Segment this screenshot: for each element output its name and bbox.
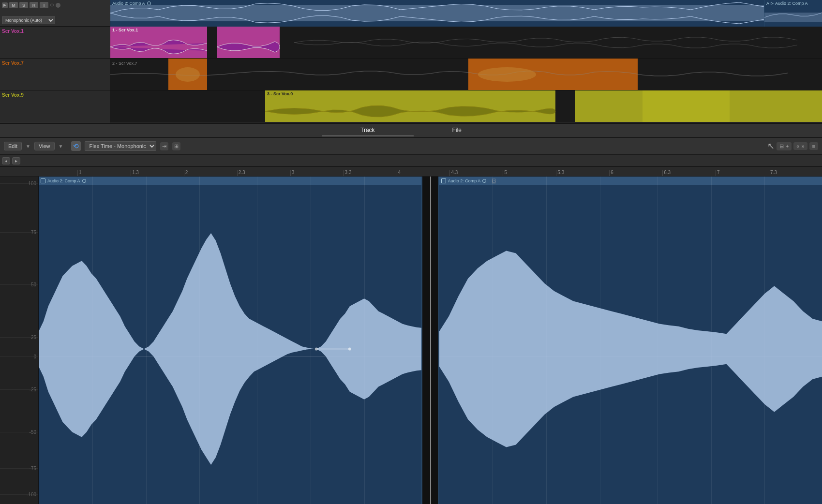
forward-button[interactable]: ▸ (12, 157, 20, 164)
track3-clip1-label: 3 - Scr Vox.9 (265, 90, 555, 97)
ruler-mark-73: 7.3 (769, 170, 822, 176)
track3-waveform (110, 100, 822, 123)
track1-bg-waveform (110, 27, 822, 59)
ruler-mark-53: 5.3 (556, 170, 609, 176)
waveform-editor[interactable]: Audio 2: Comp A (39, 177, 822, 504)
back-button[interactable]: ◂ (2, 157, 10, 164)
zoom-in-icon: + (786, 143, 789, 149)
svg-point-5 (315, 347, 318, 350)
tab-track[interactable]: Track (322, 125, 414, 136)
snap-button[interactable]: ⇥ (160, 142, 168, 150)
track2-waveform (110, 59, 822, 90)
solo-button[interactable]: S (19, 2, 28, 8)
track-icon: ▶ (2, 2, 8, 8)
other-icon: ≡ (812, 143, 815, 149)
main-track-waveform[interactable]: Audio 2: Comp A (110, 0, 822, 27)
sub-track-1-label: Scr Vox.1 (2, 29, 108, 34)
sub-track-1[interactable]: 1 - Scr Vox.1 (110, 27, 822, 59)
record-button[interactable]: R (30, 2, 38, 8)
scroll-controls[interactable]: « » (793, 142, 807, 150)
ruler-mark-13: 1.3 (131, 170, 184, 176)
right-toolbar-controls: ↖ ⊟ + « » ≡ (767, 141, 818, 151)
menu-bar: Track File (0, 123, 822, 138)
left-clip-icon (41, 178, 45, 183)
ruler-marks: 1 1.3 2 2.3 3 3.3 4 4.3 5 5.3 6 6.3 7 7.… (77, 167, 822, 176)
track-mode-select[interactable]: Monophonic (Auto) (2, 16, 55, 24)
ruler-mark-3: 3 (290, 170, 344, 176)
filter-icon: ⊞ (174, 143, 179, 149)
toolbar-divider-1 (67, 141, 67, 151)
db-scale: 100 75 50 25 0 -25 -50 -75 -100 (0, 177, 39, 504)
svg-point-6 (348, 347, 351, 350)
right-clip[interactable]: Audio 2: Comp A ⌼ (438, 177, 822, 504)
svg-point-2 (478, 67, 536, 82)
svg-rect-3 (764, 13, 822, 22)
cut-line (430, 177, 431, 504)
svg-rect-0 (110, 5, 822, 21)
right-waveform-svg (439, 185, 822, 504)
track-mode-indicator: ⚙ (50, 2, 54, 8)
ruler-mark-6: 6 (609, 170, 662, 176)
left-waveform-svg (39, 185, 421, 504)
svg-point-1 (176, 67, 200, 82)
flex-time-select[interactable]: Flex Time - Monophonic (85, 141, 156, 151)
sub-track-2[interactable]: 2 - Scr Vox.7 (110, 59, 822, 90)
clip-gap (422, 177, 438, 504)
right-clip-circle (482, 179, 486, 183)
arrangement-timeline: Audio 2: Comp A 1 - Scr Vox.1 (110, 0, 822, 123)
main-track-name: Audio 2: Comp A (112, 1, 145, 6)
menu-tabs: Track File (322, 125, 500, 136)
track-activity-led (56, 3, 60, 8)
edit-button[interactable]: Edit (4, 142, 22, 150)
right-clip-label: Audio 2: Comp A (448, 178, 481, 183)
ruler-mark-43: 4.3 (449, 170, 503, 176)
sub-track-3[interactable]: 3 - Scr Vox.9 (110, 90, 822, 122)
left-clip-label: Audio 2: Comp A (47, 178, 80, 183)
view-button[interactable]: View (34, 142, 55, 150)
main-waveform-svg (110, 0, 822, 27)
mute-button[interactable]: M (9, 2, 18, 8)
other-control[interactable]: ≡ (809, 142, 818, 150)
zoom-fit-icon: ⊟ (779, 143, 784, 149)
left-clip-circle (82, 179, 86, 183)
ruler-mark-33: 3.3 (344, 170, 397, 176)
ruler-mark-4: 4 (397, 170, 450, 176)
scroll-fwd-icon: » (801, 143, 804, 149)
sub-tracks-container: 1 - Scr Vox.1 (110, 27, 822, 123)
edit-dropdown-icon: ▼ (26, 144, 30, 149)
input-button[interactable]: I (40, 2, 48, 8)
sub-track-3-label: Scr Vox.9 (2, 92, 108, 98)
right-clip-icon (441, 178, 446, 183)
sub-track-header-3: Scr Vox.9 (0, 90, 110, 122)
left-clip[interactable]: Audio 2: Comp A (39, 177, 422, 504)
ruler-mark-1: 1 (77, 170, 131, 176)
right-track-label: A ⊳ Audio 2: Comp A (764, 0, 822, 7)
scroll-back-icon: « (796, 143, 799, 149)
ruler-mark-2: 2 (184, 170, 237, 176)
zoom-controls[interactable]: ⊟ + (777, 142, 792, 150)
track-headers: ▶ M S R I ⚙ Monophonic (Auto) Scr Vox.1 … (0, 0, 110, 123)
editor-ruler: 1 1.3 2 2.3 3 3.3 4 4.3 5 5.3 6 6.3 7 7.… (0, 167, 822, 177)
sub-track-header-2: Scr Vox.7 (0, 59, 110, 90)
ruler-mark-5: 5 (503, 170, 556, 176)
right-waveform (764, 8, 822, 27)
main-track-circle (147, 1, 151, 5)
ruler-mark-7: 7 (716, 170, 769, 176)
sub-track-header-1: Scr Vox.1 (0, 27, 110, 59)
sub-track-2-label: Scr Vox.7 (2, 60, 108, 66)
right-track-name: A ⊳ Audio 2: Comp A (766, 1, 808, 6)
cursor-tool[interactable]: ↖ (767, 141, 775, 151)
right-main-track: A ⊳ Audio 2: Comp A (764, 0, 822, 27)
editor-content: 100 75 50 25 0 -25 -50 -75 -100 (0, 177, 822, 504)
tab-file[interactable]: File (414, 125, 500, 136)
view-dropdown-icon: ▼ (59, 144, 63, 149)
editor-toolbar: Edit ▼ View ▼ ⟲ Flex Time - Monophonic ⇥… (0, 138, 822, 155)
editor-area: Edit ▼ View ▼ ⟲ Flex Time - Monophonic ⇥… (0, 138, 822, 504)
arrangement-view: ▶ M S R I ⚙ Monophonic (Auto) Scr Vox.1 … (0, 0, 822, 123)
loop-icon: ⟲ (73, 142, 79, 150)
snap-icon: ⇥ (162, 143, 166, 149)
filter-button[interactable]: ⊞ (172, 142, 180, 150)
transport-loop-btn[interactable]: ⟲ (71, 141, 81, 151)
nav-row: ◂ ▸ (0, 155, 822, 167)
ruler-mark-63: 6.3 (662, 170, 716, 176)
